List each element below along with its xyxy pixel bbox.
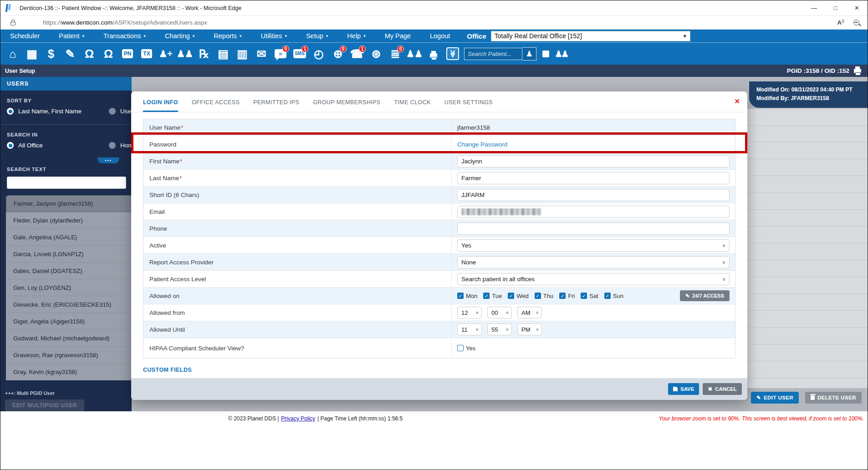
- short-id-field[interactable]: [457, 189, 730, 201]
- checkbox-checked-icon[interactable]: ✓: [581, 293, 587, 299]
- progress-notes-icon[interactable]: PN: [118, 43, 137, 65]
- checkbox-checked-icon[interactable]: ✓: [535, 293, 541, 299]
- menu-scheduler[interactable]: Scheduler: [0, 30, 49, 42]
- until-hour-select[interactable]: 11∨: [457, 323, 482, 335]
- tab-permitted-ips[interactable]: PERMITTED IPS: [253, 99, 299, 112]
- radio-unselected-icon[interactable]: [109, 108, 116, 115]
- user-list-item[interactable]: Garcia, Lissett (LGNAP1Z): [6, 246, 132, 263]
- user-list-item[interactable]: Farmer, Jaclynn (jfarmer3158): [6, 195, 132, 212]
- menu-my-page[interactable]: My Page: [375, 30, 420, 42]
- active-select[interactable]: Yes∨: [457, 239, 730, 252]
- until-minute-select[interactable]: 55∨: [487, 323, 512, 335]
- send-mail-icon[interactable]: ✉: [252, 43, 271, 65]
- email-field[interactable]: [457, 206, 730, 218]
- search-in-homeoffice-option[interactable]: Home Office: [109, 142, 132, 149]
- menu-logout[interactable]: Logout: [420, 30, 460, 42]
- ledger-edit-icon[interactable]: ✎: [61, 43, 80, 65]
- allowed-day-fri-checkbox[interactable]: ✓Fri: [559, 293, 575, 299]
- close-button[interactable]: ✕: [846, 0, 868, 15]
- forms-icon[interactable]: ▤: [214, 43, 233, 65]
- checkbox-checked-icon[interactable]: ✓: [457, 293, 464, 299]
- phone-field[interactable]: [457, 222, 730, 235]
- user-list-item[interactable]: Gray, Kevin (kgray3158): [6, 364, 132, 380]
- patient-group-icon[interactable]: ♟♟: [405, 43, 424, 65]
- allowed-day-wed-checkbox[interactable]: ✓Wed: [508, 293, 529, 299]
- patient-access-select[interactable]: Search patient in all offices∨: [457, 273, 730, 285]
- first-name-field[interactable]: [457, 155, 730, 167]
- from-ampm-select[interactable]: AM∨: [517, 307, 542, 318]
- documents-icon[interactable]: ▥: [233, 43, 252, 65]
- menu-reports[interactable]: Reports▾: [204, 30, 251, 42]
- read-aloud-icon[interactable]: A)): [837, 19, 844, 26]
- payments-icon[interactable]: $: [41, 43, 61, 65]
- tooth-chart-icon[interactable]: Ω: [80, 43, 99, 65]
- checkbox-unchecked-icon[interactable]: [457, 345, 464, 351]
- user-list-item[interactable]: Giger, Angela (Agiger3158): [6, 313, 132, 330]
- patient-list-icon[interactable]: ≣0: [386, 43, 405, 65]
- home-icon[interactable]: ⌂: [3, 43, 22, 65]
- checkbox-checked-icon[interactable]: ✓: [508, 293, 514, 299]
- checkbox-checked-icon[interactable]: ✓: [483, 293, 490, 299]
- custom-fields-link[interactable]: CUSTOM FIELDS: [143, 367, 747, 373]
- menu-utilities[interactable]: Utilities▾: [251, 30, 296, 42]
- url-text[interactable]: https://www.denticon.com/ASPX/setup/Adva…: [43, 19, 207, 26]
- messages-icon[interactable]: ≡0: [271, 43, 290, 65]
- calendar-icon[interactable]: ▦: [22, 43, 41, 65]
- toolbar-checkbox[interactable]: [542, 51, 549, 57]
- allowed-day-thu-checkbox[interactable]: ✓Thu: [535, 293, 553, 299]
- checkbox-checked-icon[interactable]: ✓: [604, 293, 611, 299]
- allowed-day-tue-checkbox[interactable]: ✓Tue: [483, 293, 502, 299]
- user-list-item[interactable]: Godward, Michael (michaelgodward): [6, 330, 132, 347]
- from-minute-select[interactable]: 00∨: [487, 307, 512, 318]
- last-name-field[interactable]: [457, 172, 730, 184]
- menu-help[interactable]: Help▾: [337, 30, 375, 42]
- support-icon[interactable]: ☎1: [347, 43, 367, 65]
- sort-username-option[interactable]: User Name: [109, 108, 132, 115]
- delete-user-button[interactable]: DELETE USER: [805, 392, 862, 404]
- edit-user-button[interactable]: ✎ EDIT USER: [751, 392, 799, 404]
- online-scheduling-icon[interactable]: ⊕0: [328, 43, 347, 65]
- search-text-input[interactable]: [7, 177, 126, 189]
- tab-login-info[interactable]: LOGIN INFO: [143, 99, 178, 112]
- change-password-link[interactable]: Change Password: [457, 141, 507, 148]
- until-ampm-select[interactable]: PM∨: [517, 323, 542, 335]
- prescription-icon[interactable]: ℞: [194, 43, 214, 65]
- tab-time-clock[interactable]: TIME CLOCK: [394, 99, 430, 112]
- patient-search-input[interactable]: Search Patient...: [464, 48, 522, 60]
- perio-chart-icon[interactable]: Ω: [99, 43, 118, 65]
- menu-setup[interactable]: Setup▾: [296, 30, 337, 42]
- radio-selected-icon[interactable]: [7, 142, 14, 149]
- minimize-button[interactable]: —: [803, 0, 825, 15]
- patient-search-button[interactable]: ♟: [522, 47, 536, 61]
- tab-group-memberships[interactable]: GROUP MEMBERSHIPS: [313, 99, 380, 112]
- tab-office-access[interactable]: OFFICE ACCESS: [192, 99, 240, 112]
- user-list-item[interactable]: Gates, Daniel (DGATESZ): [6, 263, 132, 279]
- full-access-button[interactable]: ✎24/7 ACCESS: [680, 290, 730, 301]
- checkbox-checked-icon[interactable]: ✓: [559, 293, 566, 299]
- office-select-arrow-icon[interactable]: ▼: [680, 34, 690, 39]
- time-clock-icon[interactable]: ◴: [309, 43, 328, 65]
- user-list-item[interactable]: Gen, Loy (LOYGENZ): [6, 279, 132, 296]
- allowed-day-sun-checkbox[interactable]: ✓Sun: [604, 293, 623, 299]
- privacy-policy-link[interactable]: Privacy Policy: [281, 415, 315, 422]
- cancel-button[interactable]: ✖ CANCEL: [703, 383, 742, 395]
- save-button[interactable]: SAVE: [668, 383, 699, 395]
- menu-charting[interactable]: Charting▾: [155, 30, 204, 42]
- edit-multipgid-button[interactable]: EDIT MULTIPGID USER: [5, 399, 84, 411]
- user-list-item[interactable]: Fleder, Dylan (dylanfleder): [6, 212, 132, 229]
- radio-unselected-icon[interactable]: [109, 142, 116, 149]
- hipaa-checkbox[interactable]: Yes: [457, 345, 475, 352]
- maximize-button[interactable]: □: [825, 0, 846, 15]
- collapse-toolbar-icon[interactable]: ≫: [443, 43, 462, 65]
- allowed-day-mon-checkbox[interactable]: ✓Mon: [457, 293, 477, 299]
- address-bar[interactable]: https://www.denticon.com/ASPX/setup/Adva…: [0, 15, 868, 30]
- zoom-out-icon[interactable]: [853, 20, 859, 25]
- office-select[interactable]: Totally Real Dental Office [152] ▼: [491, 31, 690, 41]
- user-list-item[interactable]: Graveson, Rae (rgraveson3158): [6, 347, 132, 364]
- from-hour-select[interactable]: 12∨: [457, 307, 482, 318]
- expand-options-handle[interactable]: •••: [97, 157, 119, 163]
- tab-user-settings[interactable]: USER SETTINGS: [444, 99, 493, 112]
- treatment-plan-icon[interactable]: TX: [137, 43, 156, 65]
- modal-close-icon[interactable]: ✕: [734, 97, 740, 106]
- radio-selected-icon[interactable]: [7, 108, 14, 115]
